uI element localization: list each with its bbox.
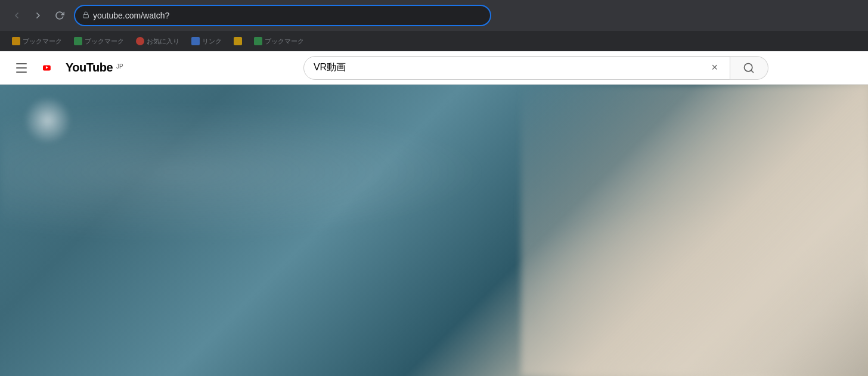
bookmark-item-3[interactable]: お気に入り <box>131 35 184 48</box>
address-input[interactable] <box>93 11 483 20</box>
back-button[interactable] <box>7 6 26 25</box>
video-diagonal-light <box>521 85 868 376</box>
bookmark-item-6[interactable]: ブックマーク <box>249 35 309 48</box>
search-icon <box>743 62 755 74</box>
youtube-page: YouTube JP × <box>0 51 868 376</box>
video-area[interactable] <box>0 85 868 376</box>
youtube-logo-country: JP <box>116 63 123 70</box>
search-bar: × <box>303 56 768 80</box>
bookmark-item-4[interactable]: リンク <box>187 35 227 48</box>
search-button[interactable] <box>730 56 768 80</box>
bookmarks-bar: ブックマーク ブックマーク お気に入り リンク ブックマーク <box>0 31 868 51</box>
address-bar[interactable] <box>74 5 491 26</box>
search-clear-button[interactable]: × <box>709 61 720 74</box>
browser-chrome: ブックマーク ブックマーク お気に入り リンク ブックマーク <box>0 0 868 51</box>
lock-icon <box>82 11 89 21</box>
youtube-header: YouTube JP × <box>0 51 868 85</box>
bookmark-item-2[interactable]: ブックマーク <box>69 35 129 48</box>
nav-buttons <box>7 6 69 25</box>
hamburger-icon <box>16 63 27 73</box>
search-input[interactable] <box>314 63 709 73</box>
youtube-logo-icon <box>43 61 63 75</box>
clear-icon: × <box>711 61 718 74</box>
reload-button[interactable] <box>50 6 69 25</box>
bookmark-item-5[interactable] <box>229 35 247 48</box>
bookmark-item-1[interactable]: ブックマーク <box>7 35 67 48</box>
svg-rect-0 <box>83 14 89 18</box>
youtube-logo-text: YouTube <box>66 61 113 74</box>
forward-button[interactable] <box>29 6 48 25</box>
browser-toolbar <box>0 0 868 31</box>
menu-button[interactable] <box>10 56 33 80</box>
youtube-logo[interactable]: YouTube JP <box>43 61 123 75</box>
search-input-wrapper: × <box>303 56 730 80</box>
youtube-content <box>0 85 868 376</box>
